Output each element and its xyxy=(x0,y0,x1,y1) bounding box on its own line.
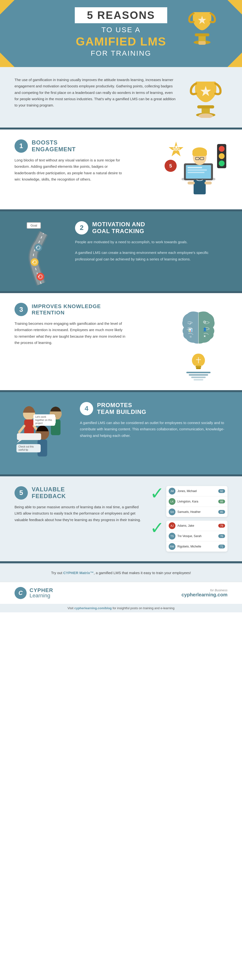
svg-text:♪: ♪ xyxy=(189,321,191,325)
svg-text:⚛: ⚛ xyxy=(189,335,192,339)
corner-decor-tl xyxy=(0,0,14,14)
footer-brand-text: CYPHER Learning xyxy=(30,588,53,598)
leaderboard-1: JM Jones, Michael 92 LK Livingston, Kara… xyxy=(166,486,228,517)
divider-5 xyxy=(0,474,242,476)
badge-300-star: ★ 300 xyxy=(167,140,185,159)
reason-4-illustration: Let's work together on this project Chec… xyxy=(14,402,73,465)
leaderboard-row-2: LK Livingston, Kara 88 xyxy=(166,496,228,507)
footer-right: for Business cypherlearning.com xyxy=(182,589,228,598)
divider-1 xyxy=(0,127,242,129)
reason-3-title: IMPROVES KNOWLEDGE RETENTION xyxy=(32,303,101,316)
reason-5-content: 5 VALUABLE FEEDBACK Being able to parse … xyxy=(14,486,143,523)
bubble-1: Let's work together on this project xyxy=(33,414,55,426)
svg-text:📊: 📊 xyxy=(188,328,193,332)
header-sub2: GAMIFIED LMS xyxy=(5,35,237,48)
reason-1-illustration: ★ 300 5 xyxy=(160,139,228,200)
reason-4-title: PROMOTES TEAM BUILDING xyxy=(97,402,146,415)
footer-visit-bar: Visit cypherlearning.com/blog for insigh… xyxy=(0,604,242,612)
svg-text:★: ★ xyxy=(203,334,206,338)
reason-5-section: 5 VALUABLE FEEDBACK Being able to parse … xyxy=(0,476,242,561)
footer-brand-learning: Learning xyxy=(30,593,53,598)
svg-rect-47 xyxy=(196,368,201,369)
intro-text: The use of gamification in training usua… xyxy=(14,77,177,108)
svg-rect-46 xyxy=(196,366,201,368)
divider-6 xyxy=(0,561,242,563)
intro-illustration xyxy=(184,77,228,118)
header-sub1: TO USE A xyxy=(5,25,237,34)
leaderboard-row-4: AJ Adams, Jake 79 xyxy=(166,520,228,531)
header-section: 5 REASONS TO USE A GAMIFIED LMS FOR TRAI… xyxy=(0,0,242,67)
leaderboard-row-3: SH Samuels, Heather 85 xyxy=(166,507,228,517)
svg-rect-20 xyxy=(204,181,212,185)
score-300: 300 xyxy=(172,147,180,151)
svg-text:👤: 👤 xyxy=(203,328,207,332)
reason-2-number: 2 xyxy=(75,221,88,234)
checkmark-2: ✓ xyxy=(150,519,164,536)
checkmark-1: ✓ xyxy=(150,485,164,502)
reason-1-number: 1 xyxy=(14,139,28,153)
tl-red xyxy=(219,146,224,152)
reason-1-section: 1 BOOSTS ENGAGEMENT Long blocks of text … xyxy=(0,129,242,209)
divider-4 xyxy=(0,390,242,392)
footer-brand-cypher: CYPHER xyxy=(30,588,53,593)
footer-blog-link[interactable]: cypherlearning.com/blog xyxy=(74,606,112,610)
cypher-logo-icon: C xyxy=(14,587,27,599)
reason-5-body: Being able to parse massive amounts of l… xyxy=(14,504,143,523)
leaderboard-row-5: TS Tre Vesque, Sarah 76 xyxy=(166,531,228,541)
svg-rect-18 xyxy=(194,180,206,194)
reason-5-illustration: ✓ JM Jones, Michael 92 LK Livingston, Ka… xyxy=(150,486,228,552)
reason-3-body: Training becomes more engaging with gami… xyxy=(14,320,126,346)
leaderboard-row-6: RM Rigobelo, Michelle 71 xyxy=(166,541,228,552)
svg-rect-23 xyxy=(193,151,207,156)
intro-section: The use of gamification in training usua… xyxy=(0,67,242,127)
reason-4-section: Let's work together on this project Chec… xyxy=(0,392,242,474)
reason-2-body1: People are motivated by a need to accomp… xyxy=(75,239,228,245)
svg-rect-7 xyxy=(197,105,214,108)
svg-marker-61 xyxy=(17,440,22,443)
svg-rect-16 xyxy=(188,169,207,171)
reason-5-number: 5 xyxy=(14,486,28,500)
divider-3 xyxy=(0,291,242,293)
leaderboard-row-1: JM Jones, Michael 92 xyxy=(166,486,228,496)
reason-2-section: Goal ✓ ✓ ✓ xyxy=(0,211,242,291)
leaderboard-2: AJ Adams, Jake 79 TS Tre Vesque, Sarah 7… xyxy=(166,520,228,552)
tl-yellow xyxy=(219,153,224,159)
traffic-light xyxy=(217,144,226,168)
intro-trophy-svg xyxy=(188,77,224,118)
reason-2-body2: A gamified LMS can create a learning env… xyxy=(75,250,228,262)
header-title: 5 REASONS xyxy=(87,9,155,21)
signal-bars xyxy=(186,372,210,380)
reason-1-title: BOOSTS ENGAGEMENT xyxy=(32,139,76,153)
svg-text:✓: ✓ xyxy=(38,274,40,278)
svg-rect-17 xyxy=(188,172,204,173)
footer: C CYPHER Learning for Business cypherlea… xyxy=(0,582,242,604)
lightbulb-svg xyxy=(189,351,208,371)
reason-4-body: A gamified LMS can also be considered an… xyxy=(80,420,228,439)
svg-text:⚙: ⚙ xyxy=(203,320,206,324)
reason-3-section: 3 IMPROVES KNOWLEDGE RETENTION Training … xyxy=(0,293,242,390)
svg-rect-15 xyxy=(188,167,202,168)
svg-rect-19 xyxy=(188,181,195,185)
reason-4-content: 4 PROMOTES TEAM BUILDING A gamified LMS … xyxy=(80,402,228,439)
footer-url: cypherlearning.com xyxy=(182,592,228,598)
corner-decor-tr xyxy=(228,0,242,14)
team-svg xyxy=(14,402,70,465)
reason-2-content: 2 MOTIVATION AND GOAL TRACKING People ar… xyxy=(75,221,228,262)
reason-1-body: Long blocks of text without any visual v… xyxy=(14,157,123,183)
svg-text:✓: ✓ xyxy=(32,260,35,264)
svg-line-52 xyxy=(19,426,24,432)
badge-5-circle: 5 xyxy=(164,160,177,172)
header-banner: 5 REASONS xyxy=(75,7,167,23)
reason-2-illustration: Goal ✓ ✓ ✓ xyxy=(14,221,68,282)
svg-rect-51 xyxy=(24,420,34,435)
reason-3-content: 3 IMPROVES KNOWLEDGE RETENTION Training … xyxy=(14,303,164,346)
tl-green xyxy=(219,161,224,166)
cta-section: Try out CYPHER Matrix™, a gamified LMS t… xyxy=(0,563,242,582)
cta-text: Try out CYPHER Matrix™, a gamified LMS t… xyxy=(10,570,232,576)
divider-2 xyxy=(0,209,242,211)
reason-5-title: VALUABLE FEEDBACK xyxy=(32,486,66,500)
reason-2-title: MOTIVATION AND GOAL TRACKING xyxy=(92,221,145,234)
road-svg: ✓ ✓ ✓ xyxy=(17,228,65,286)
reason-1-content: 1 BOOSTS ENGAGEMENT Long blocks of text … xyxy=(14,139,155,183)
reason-3-illustration: ♪ ⚙ 📊 👤 ⚛ ★ xyxy=(169,303,228,380)
